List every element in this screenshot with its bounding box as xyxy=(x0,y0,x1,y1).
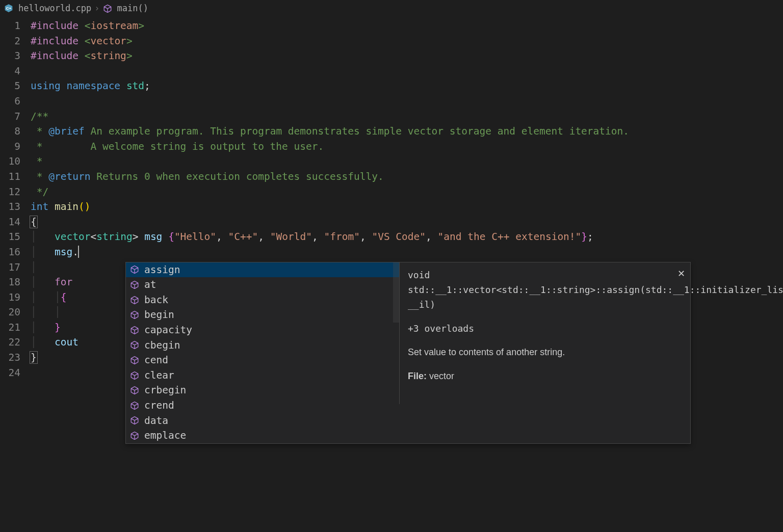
suggest-widget[interactable]: assignatbackbegincapacitycbegincendclear… xyxy=(125,262,691,444)
line-number: 17 xyxy=(0,260,31,275)
overloads-text: +3 overloads xyxy=(408,321,683,336)
suggest-item-label: cend xyxy=(144,353,168,368)
suggest-docs: ✕ void std::__1::vector<std::__1::string… xyxy=(399,262,690,404)
line-number: 24 xyxy=(0,365,31,381)
suggest-item[interactable]: begin xyxy=(126,307,399,323)
line-number: 20 xyxy=(0,305,31,320)
suggest-item[interactable]: assign xyxy=(126,262,399,278)
line-number: 1 xyxy=(0,18,31,34)
suggest-item[interactable]: at xyxy=(126,277,399,292)
suggest-item-label: capacity xyxy=(144,323,192,338)
method-icon xyxy=(130,371,139,380)
suggest-item[interactable]: back xyxy=(126,292,399,308)
suggest-item-label: back xyxy=(144,292,168,308)
breadcrumb-symbol[interactable]: main() xyxy=(117,1,148,16)
suggest-item-label: cbegin xyxy=(144,338,180,353)
suggest-item-label: clear xyxy=(144,368,174,383)
file-info: File: vector xyxy=(408,369,683,384)
cpp-file-icon xyxy=(4,1,15,16)
code-editor[interactable]: 123456789101112131415161718192021222324 … xyxy=(0,17,783,380)
method-icon xyxy=(130,296,139,305)
suggest-list[interactable]: assignatbackbegincapacitycbegincendclear… xyxy=(126,262,399,443)
line-number: 15 xyxy=(0,229,31,245)
suggest-item-label: crend xyxy=(144,398,174,413)
line-number: 9 xyxy=(0,139,31,154)
suggest-item[interactable]: capacity xyxy=(126,323,399,338)
suggest-item-label: emplace xyxy=(144,428,186,443)
line-number: 2 xyxy=(0,34,31,49)
suggest-item[interactable]: crend xyxy=(126,398,399,413)
line-number: 22 xyxy=(0,335,31,350)
line-number: 19 xyxy=(0,290,31,305)
method-icon xyxy=(130,401,139,410)
breadcrumb-file[interactable]: helloworld.cpp xyxy=(18,1,91,16)
close-icon[interactable]: ✕ xyxy=(677,267,685,281)
line-number-gutter: 123456789101112131415161718192021222324 xyxy=(0,18,31,380)
line-number: 16 xyxy=(0,245,31,260)
suggest-item-label: begin xyxy=(144,307,174,323)
method-icon xyxy=(130,326,139,335)
method-icon xyxy=(130,416,139,425)
signature-text: void std::__1::vector<std::__1::string>:… xyxy=(408,268,683,312)
line-number: 5 xyxy=(0,78,31,94)
line-number: 12 xyxy=(0,184,31,200)
line-number: 3 xyxy=(0,48,31,64)
chevron-right-icon: › xyxy=(94,1,99,16)
line-number: 11 xyxy=(0,169,31,184)
line-number: 7 xyxy=(0,109,31,124)
suggest-item[interactable]: emplace xyxy=(126,428,399,443)
text-cursor xyxy=(78,246,79,258)
breadcrumb[interactable]: helloworld.cpp › main() xyxy=(0,0,783,17)
suggest-item-label: assign xyxy=(144,262,180,278)
method-icon xyxy=(130,431,139,440)
method-icon xyxy=(103,1,114,16)
method-icon xyxy=(130,280,139,289)
suggest-item[interactable]: crbegin xyxy=(126,383,399,398)
suggest-item[interactable]: cbegin xyxy=(126,338,399,353)
line-number: 6 xyxy=(0,94,31,109)
suggest-item[interactable]: data xyxy=(126,413,399,429)
method-icon xyxy=(130,310,139,320)
suggest-item-label: data xyxy=(144,413,168,429)
line-number: 23 xyxy=(0,350,31,365)
suggest-item-label: crbegin xyxy=(144,383,186,398)
suggest-item[interactable]: cend xyxy=(126,353,399,368)
line-number: 4 xyxy=(0,64,31,79)
line-number: 13 xyxy=(0,199,31,215)
line-number: 8 xyxy=(0,124,31,139)
method-icon xyxy=(130,340,139,350)
line-number: 14 xyxy=(0,215,31,230)
line-number: 18 xyxy=(0,275,31,290)
line-number: 10 xyxy=(0,154,31,169)
method-icon xyxy=(130,356,139,365)
suggest-item-label: at xyxy=(144,277,156,292)
line-number: 21 xyxy=(0,320,31,335)
description-text: Set value to contents of another string. xyxy=(408,345,683,360)
method-icon xyxy=(130,265,139,274)
suggest-item[interactable]: clear xyxy=(126,368,399,383)
scrollbar[interactable] xyxy=(393,262,399,323)
method-icon xyxy=(130,386,139,395)
code-area[interactable]: #include <iostream> #include <vector> #i… xyxy=(31,18,783,380)
